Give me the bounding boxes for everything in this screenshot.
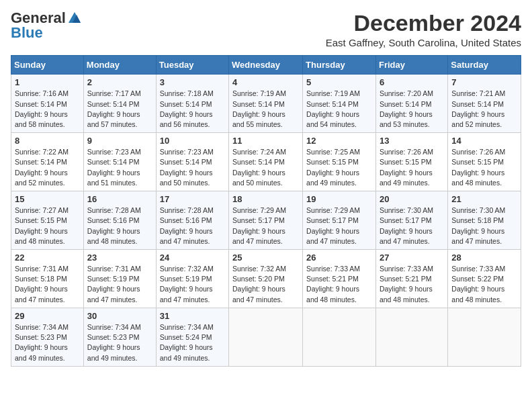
- day-info: Sunrise: 7:31 AMSunset: 5:18 PMDaylight:…: [15, 264, 80, 305]
- calendar-cell: 26Sunrise: 7:33 AMSunset: 5:21 PMDayligh…: [303, 250, 376, 308]
- calendar-cell: 18Sunrise: 7:29 AMSunset: 5:17 PMDayligh…: [229, 191, 303, 250]
- day-info: Sunrise: 7:32 AMSunset: 5:20 PMDaylight:…: [232, 264, 299, 305]
- day-info: Sunrise: 7:32 AMSunset: 5:19 PMDaylight:…: [160, 264, 225, 305]
- calendar-week-4: 22Sunrise: 7:31 AMSunset: 5:18 PMDayligh…: [11, 250, 521, 308]
- day-info: Sunrise: 7:34 AMSunset: 5:23 PMDaylight:…: [15, 322, 80, 363]
- calendar-cell: 27Sunrise: 7:33 AMSunset: 5:21 PMDayligh…: [375, 250, 447, 308]
- day-info: Sunrise: 7:29 AMSunset: 5:17 PMDaylight:…: [232, 205, 299, 246]
- day-number: 2: [87, 77, 152, 87]
- day-number: 17: [160, 194, 225, 204]
- day-number: 3: [160, 77, 225, 87]
- title-area: December 2024 East Gaffney, South Caroli…: [326, 11, 521, 48]
- logo-general-text: General: [11, 11, 66, 26]
- calendar-body: 1Sunrise: 7:16 AMSunset: 5:14 PMDaylight…: [11, 75, 521, 366]
- day-number: 19: [306, 194, 372, 204]
- calendar-cell: 6Sunrise: 7:20 AMSunset: 5:14 PMDaylight…: [375, 75, 447, 133]
- calendar-header-row: SundayMondayTuesdayWednesdayThursdayFrid…: [11, 56, 521, 75]
- day-header-sunday: Sunday: [11, 56, 84, 75]
- day-info: Sunrise: 7:30 AMSunset: 5:17 PMDaylight:…: [380, 205, 444, 246]
- day-number: 15: [15, 194, 80, 204]
- calendar-cell: 1Sunrise: 7:16 AMSunset: 5:14 PMDaylight…: [11, 75, 84, 133]
- day-number: 5: [306, 77, 372, 87]
- calendar-cell: 19Sunrise: 7:29 AMSunset: 5:17 PMDayligh…: [303, 191, 376, 250]
- calendar-cell: 25Sunrise: 7:32 AMSunset: 5:20 PMDayligh…: [229, 250, 303, 308]
- day-info: Sunrise: 7:34 AMSunset: 5:24 PMDaylight:…: [160, 322, 225, 363]
- calendar-week-2: 8Sunrise: 7:22 AMSunset: 5:14 PMDaylight…: [11, 133, 521, 191]
- day-number: 4: [232, 77, 299, 87]
- calendar-cell: [229, 308, 303, 366]
- day-info: Sunrise: 7:31 AMSunset: 5:19 PMDaylight:…: [87, 264, 152, 305]
- calendar-week-5: 29Sunrise: 7:34 AMSunset: 5:23 PMDayligh…: [11, 308, 521, 366]
- day-number: 22: [15, 253, 80, 263]
- day-info: Sunrise: 7:16 AMSunset: 5:14 PMDaylight:…: [15, 89, 80, 130]
- calendar-cell: 15Sunrise: 7:27 AMSunset: 5:15 PMDayligh…: [11, 191, 84, 250]
- day-number: 30: [87, 311, 152, 321]
- month-title: December 2024: [326, 11, 521, 36]
- day-header-monday: Monday: [83, 56, 156, 75]
- calendar-cell: [448, 308, 521, 366]
- day-number: 6: [380, 77, 444, 87]
- day-info: Sunrise: 7:26 AMSunset: 5:15 PMDaylight:…: [451, 147, 517, 188]
- day-info: Sunrise: 7:33 AMSunset: 5:21 PMDaylight:…: [380, 264, 444, 305]
- day-number: 21: [451, 194, 517, 204]
- calendar-cell: 7Sunrise: 7:21 AMSunset: 5:14 PMDaylight…: [448, 75, 521, 133]
- header: General Blue December 2024 East Gaffney,…: [11, 11, 521, 48]
- day-info: Sunrise: 7:33 AMSunset: 5:21 PMDaylight:…: [306, 264, 372, 305]
- day-number: 11: [232, 136, 299, 146]
- day-info: Sunrise: 7:33 AMSunset: 5:22 PMDaylight:…: [451, 264, 517, 305]
- calendar-cell: 9Sunrise: 7:23 AMSunset: 5:14 PMDaylight…: [83, 133, 156, 191]
- calendar-cell: [303, 308, 376, 366]
- calendar-cell: 14Sunrise: 7:26 AMSunset: 5:15 PMDayligh…: [448, 133, 521, 191]
- calendar-cell: 4Sunrise: 7:19 AMSunset: 5:14 PMDaylight…: [229, 75, 303, 133]
- day-number: 23: [87, 253, 152, 263]
- day-info: Sunrise: 7:22 AMSunset: 5:14 PMDaylight:…: [15, 147, 80, 188]
- day-info: Sunrise: 7:19 AMSunset: 5:14 PMDaylight:…: [232, 89, 299, 130]
- calendar-cell: 23Sunrise: 7:31 AMSunset: 5:19 PMDayligh…: [83, 250, 156, 308]
- day-info: Sunrise: 7:29 AMSunset: 5:17 PMDaylight:…: [306, 205, 372, 246]
- calendar-cell: 13Sunrise: 7:26 AMSunset: 5:15 PMDayligh…: [375, 133, 447, 191]
- day-number: 1: [15, 77, 80, 87]
- calendar-cell: 29Sunrise: 7:34 AMSunset: 5:23 PMDayligh…: [11, 308, 84, 366]
- day-number: 8: [15, 136, 80, 146]
- day-header-thursday: Thursday: [303, 56, 376, 75]
- calendar-cell: 21Sunrise: 7:30 AMSunset: 5:18 PMDayligh…: [448, 191, 521, 250]
- calendar-cell: 20Sunrise: 7:30 AMSunset: 5:17 PMDayligh…: [375, 191, 447, 250]
- day-header-wednesday: Wednesday: [229, 56, 303, 75]
- calendar-cell: 10Sunrise: 7:23 AMSunset: 5:14 PMDayligh…: [156, 133, 228, 191]
- day-info: Sunrise: 7:23 AMSunset: 5:14 PMDaylight:…: [87, 147, 152, 188]
- calendar-week-3: 15Sunrise: 7:27 AMSunset: 5:15 PMDayligh…: [11, 191, 521, 250]
- calendar-cell: 8Sunrise: 7:22 AMSunset: 5:14 PMDaylight…: [11, 133, 84, 191]
- calendar-cell: 30Sunrise: 7:34 AMSunset: 5:23 PMDayligh…: [83, 308, 156, 366]
- day-info: Sunrise: 7:34 AMSunset: 5:23 PMDaylight:…: [87, 322, 152, 363]
- day-header-tuesday: Tuesday: [156, 56, 228, 75]
- calendar-cell: 2Sunrise: 7:17 AMSunset: 5:14 PMDaylight…: [83, 75, 156, 133]
- day-number: 25: [232, 253, 299, 263]
- calendar-cell: 28Sunrise: 7:33 AMSunset: 5:22 PMDayligh…: [448, 250, 521, 308]
- day-info: Sunrise: 7:27 AMSunset: 5:15 PMDaylight:…: [15, 205, 80, 246]
- logo-icon: [67, 11, 82, 26]
- logo: General Blue: [11, 11, 82, 40]
- day-number: 12: [306, 136, 372, 146]
- day-number: 9: [87, 136, 152, 146]
- day-number: 26: [306, 253, 372, 263]
- calendar-cell: 16Sunrise: 7:28 AMSunset: 5:16 PMDayligh…: [83, 191, 156, 250]
- day-number: 7: [451, 77, 517, 87]
- calendar-cell: [375, 308, 447, 366]
- day-info: Sunrise: 7:23 AMSunset: 5:14 PMDaylight:…: [160, 147, 225, 188]
- day-number: 24: [160, 253, 225, 263]
- calendar-table: SundayMondayTuesdayWednesdayThursdayFrid…: [11, 55, 521, 366]
- day-info: Sunrise: 7:28 AMSunset: 5:16 PMDaylight:…: [87, 205, 152, 246]
- day-info: Sunrise: 7:21 AMSunset: 5:14 PMDaylight:…: [451, 89, 517, 130]
- day-number: 28: [451, 253, 517, 263]
- day-header-friday: Friday: [375, 56, 447, 75]
- day-header-saturday: Saturday: [448, 56, 521, 75]
- location-title: East Gaffney, South Carolina, United Sta…: [326, 37, 521, 48]
- day-number: 10: [160, 136, 225, 146]
- calendar-cell: 31Sunrise: 7:34 AMSunset: 5:24 PMDayligh…: [156, 308, 228, 366]
- day-info: Sunrise: 7:20 AMSunset: 5:14 PMDaylight:…: [380, 89, 444, 130]
- day-number: 29: [15, 311, 80, 321]
- day-info: Sunrise: 7:18 AMSunset: 5:14 PMDaylight:…: [160, 89, 225, 130]
- calendar-cell: 22Sunrise: 7:31 AMSunset: 5:18 PMDayligh…: [11, 250, 84, 308]
- day-number: 14: [451, 136, 517, 146]
- calendar-cell: 11Sunrise: 7:24 AMSunset: 5:14 PMDayligh…: [229, 133, 303, 191]
